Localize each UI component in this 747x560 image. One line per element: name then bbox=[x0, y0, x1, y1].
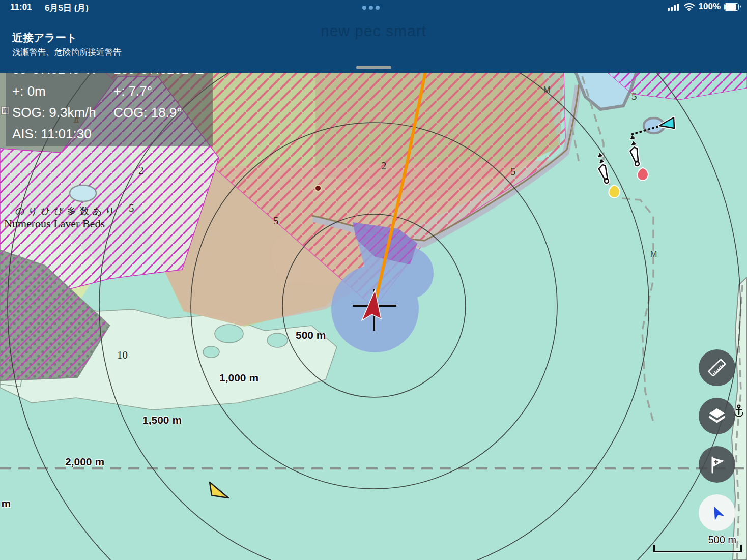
cellular-signal-icon bbox=[668, 3, 680, 11]
depth-value: +: 0m bbox=[12, 83, 46, 99]
ruler-icon bbox=[706, 357, 728, 379]
status-bar: 11:01 6月5日 (月) 100% bbox=[0, 0, 747, 15]
newpec-smart-screen: 500 m 1,000 m 1,500 m 2,000 m 2,500 m 2 … bbox=[0, 0, 747, 560]
pond-west bbox=[70, 185, 96, 201]
sog-value: SOG: 9.3km/h bbox=[12, 105, 96, 120]
wifi-icon bbox=[683, 3, 695, 11]
light-sector-red bbox=[637, 168, 648, 181]
navigation-arrow-icon bbox=[706, 502, 728, 524]
measure-button[interactable] bbox=[699, 349, 735, 386]
light-sector-yellow bbox=[609, 185, 619, 198]
cog-value: COG: 18.9° bbox=[113, 105, 182, 121]
multitask-dots-icon[interactable] bbox=[362, 6, 380, 10]
ais-row: AIS: 11:01:30 bbox=[12, 126, 92, 142]
flag-plus-icon bbox=[706, 453, 728, 476]
layers-icon bbox=[706, 405, 728, 427]
heading-value: +: 7.7° bbox=[113, 83, 152, 99]
battery-icon bbox=[724, 3, 739, 11]
clock: 11:01 bbox=[10, 2, 32, 12]
drag-handle[interactable] bbox=[356, 66, 391, 69]
depth-heading-row: +: 0m +: 7.7° bbox=[12, 83, 46, 99]
locate-button[interactable] bbox=[699, 494, 735, 531]
date: 6月5日 (月) bbox=[45, 2, 89, 14]
alert-title: 近接アラート bbox=[12, 31, 77, 45]
hazard-dot bbox=[315, 185, 321, 191]
ais-time-value: AIS: 11:01:30 bbox=[12, 126, 92, 141]
nav-data-panel: 35°37.8245' N 139°57.6161' E +: 0m +: 7.… bbox=[6, 71, 213, 146]
add-waypoint-button[interactable] bbox=[699, 446, 735, 483]
alert-banner[interactable]: new pec smart 11:01 6月5日 (月) 100% bbox=[0, 0, 747, 73]
scale-bar bbox=[653, 545, 742, 552]
alert-subtitle: 浅瀬警告、危険箇所接近警告 bbox=[12, 47, 122, 58]
sog-cog-row: SOG: 9.3km/h COG: 18.9° bbox=[12, 105, 96, 121]
app-title: new pec smart bbox=[0, 22, 747, 40]
battery-percent: 100% bbox=[699, 2, 721, 12]
layers-button[interactable] bbox=[699, 398, 735, 434]
